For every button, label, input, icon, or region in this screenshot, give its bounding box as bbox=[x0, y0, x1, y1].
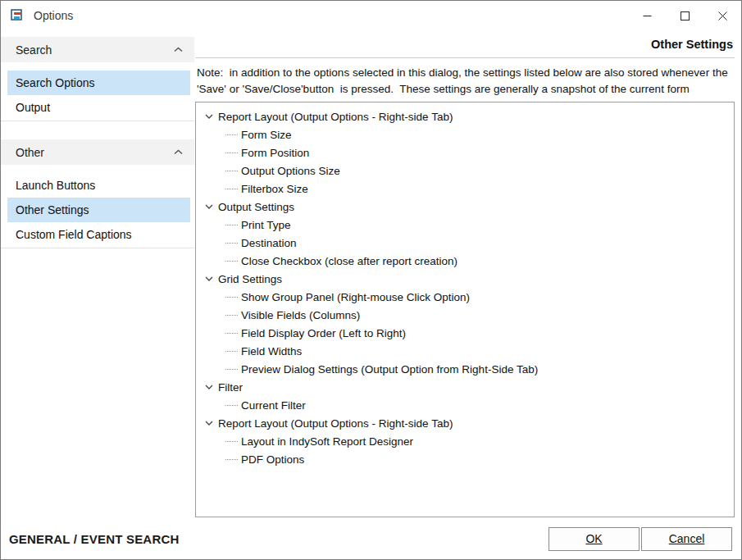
chevron-up-icon bbox=[174, 47, 183, 52]
tree-node-grid-settings[interactable]: Grid Settings bbox=[199, 270, 731, 288]
tree-node-field-widths[interactable]: Field Widths bbox=[199, 342, 731, 360]
cancel-button-label: Cancel bbox=[669, 532, 705, 545]
tree-node-report-layout-output-options-right-side-tab[interactable]: Report Layout (Output Options - Right-si… bbox=[199, 414, 731, 432]
tree-node-label: Destination bbox=[241, 237, 297, 249]
ok-button[interactable]: OK bbox=[549, 527, 640, 551]
tree-node-preview-dialog-settings-output-option-from-right-side-tab[interactable]: Preview Dialog Settings (Output Option f… bbox=[199, 360, 731, 378]
context-label: GENERAL / EVENT SEARCH bbox=[9, 532, 180, 546]
tree-node-label: Preview Dialog Settings (Output Option f… bbox=[241, 363, 538, 376]
tree-node-label: Report Layout (Output Options - Right-si… bbox=[218, 417, 453, 430]
minimize-button[interactable] bbox=[628, 1, 666, 30]
dialog-body: SearchSearch OptionsOutputOtherLaunch Bu… bbox=[1, 30, 741, 521]
footer-buttons: OK Cancel bbox=[549, 527, 732, 551]
sidebar-group-other: OtherLaunch ButtonsOther SettingsCustom … bbox=[1, 139, 194, 248]
close-icon bbox=[718, 11, 727, 20]
tree-node-output-settings[interactable]: Output Settings bbox=[199, 198, 731, 216]
sidebar-item-launch-buttons[interactable]: Launch Buttons bbox=[7, 173, 190, 198]
tree-node-label: Layout in IndySoft Report Designer bbox=[241, 435, 413, 448]
tree-node-label: Form Position bbox=[241, 147, 309, 159]
titlebar: Options bbox=[1, 1, 741, 30]
cancel-button[interactable]: Cancel bbox=[641, 527, 732, 551]
tree-node-label: Filter bbox=[218, 381, 243, 394]
sidebar-item-other-settings[interactable]: Other Settings bbox=[7, 198, 190, 222]
tree-node-filterbox-size[interactable]: Filterbox Size bbox=[199, 180, 731, 198]
tree-node-visible-fields-columns[interactable]: Visible Fields (Columns) bbox=[199, 306, 731, 324]
tree-expander[interactable] bbox=[203, 202, 214, 212]
page-title: Other Settings bbox=[651, 38, 733, 51]
tree-connector-line bbox=[225, 333, 238, 334]
tree-expander[interactable] bbox=[203, 418, 214, 429]
tree-node-label: Output Options Size bbox=[241, 165, 340, 177]
sidebar-item-search-options[interactable]: Search Options bbox=[7, 71, 190, 95]
sidebar-group-header-search[interactable]: Search bbox=[1, 37, 194, 62]
maximize-icon bbox=[681, 11, 690, 20]
tree-connector-line bbox=[225, 225, 238, 225]
chevron-down-icon bbox=[205, 276, 213, 281]
close-button[interactable] bbox=[703, 1, 741, 30]
group-header-label: Other bbox=[16, 146, 44, 159]
tree-node-close-checkbox-close-after-report-creation[interactable]: Close Checkbox (close after report creat… bbox=[199, 252, 731, 270]
tree-node-output-options-size[interactable]: Output Options Size bbox=[199, 162, 731, 180]
tree-node-destination[interactable]: Destination bbox=[199, 234, 731, 252]
chevron-up-icon bbox=[174, 149, 183, 155]
tree-node-label: Visible Fields (Columns) bbox=[241, 309, 360, 321]
tree-connector-line bbox=[225, 441, 238, 442]
tree-node-form-position[interactable]: Form Position bbox=[199, 143, 731, 162]
window-controls bbox=[628, 1, 741, 30]
tree-node-label: Report Layout (Output Options - Right-si… bbox=[218, 111, 453, 123]
tree-node-form-size[interactable]: Form Size bbox=[199, 125, 731, 143]
tree-node-report-layout-output-options-right-side-tab[interactable]: Report Layout (Output Options - Right-si… bbox=[199, 107, 731, 125]
settings-tree: Report Layout (Output Options - Right-si… bbox=[195, 102, 735, 517]
chevron-down-icon bbox=[205, 204, 213, 209]
tree-connector-line bbox=[225, 297, 238, 298]
tree-node-pdf-options[interactable]: PDF Options bbox=[199, 450, 731, 468]
tree-connector-line bbox=[225, 351, 238, 352]
sidebar: SearchSearch OptionsOutputOtherLaunch Bu… bbox=[1, 30, 194, 521]
chevron-down-icon bbox=[205, 114, 213, 119]
note-text: Note: in addition to the options selecte… bbox=[195, 58, 735, 102]
tree-node-print-type[interactable]: Print Type bbox=[199, 216, 731, 234]
tree-node-layout-in-indysoft-report-designer[interactable]: Layout in IndySoft Report Designer bbox=[199, 432, 731, 450]
tree-node-filter[interactable]: Filter bbox=[199, 378, 731, 396]
minimize-icon bbox=[643, 11, 652, 20]
footer: GENERAL / EVENT SEARCH OK Cancel bbox=[1, 521, 741, 559]
tree-node-field-display-order-left-to-right[interactable]: Field Display Order (Left to Right) bbox=[199, 324, 731, 342]
group-header-label: Search bbox=[16, 43, 52, 57]
tree-connector-line bbox=[225, 315, 238, 316]
sidebar-group-items: Search OptionsOutput bbox=[1, 62, 194, 121]
content-panel: Other Settings Note: in addition to the … bbox=[194, 30, 741, 521]
sidebar-group-items: Launch ButtonsOther SettingsCustom Field… bbox=[1, 165, 194, 248]
tree-node-current-filter[interactable]: Current Filter bbox=[199, 396, 731, 414]
tree-connector-line bbox=[225, 153, 238, 153]
tree-node-label: Form Size bbox=[241, 129, 292, 141]
options-dialog: Options SearchSearch OptionsOutputOtherL… bbox=[0, 0, 742, 560]
app-icon bbox=[11, 9, 25, 22]
tree-node-label: PDF Options bbox=[241, 453, 304, 466]
tree-expander[interactable] bbox=[203, 382, 214, 393]
maximize-button[interactable] bbox=[666, 1, 703, 30]
tree-connector-line bbox=[225, 243, 238, 244]
sidebar-item-custom-field-captions[interactable]: Custom Field Captions bbox=[7, 222, 190, 247]
chevron-down-icon bbox=[205, 421, 213, 426]
ok-button-label: OK bbox=[585, 532, 602, 545]
tree-node-label: Close Checkbox (close after report creat… bbox=[241, 255, 457, 267]
tree-expander[interactable] bbox=[203, 112, 214, 122]
sidebar-group-header-other[interactable]: Other bbox=[1, 139, 194, 165]
tree-connector-line bbox=[225, 405, 238, 406]
sidebar-item-output[interactable]: Output bbox=[7, 95, 190, 120]
window-title: Options bbox=[34, 9, 73, 22]
tree-connector-line bbox=[225, 459, 238, 460]
chevron-down-icon bbox=[205, 385, 213, 389]
tree-node-label: Current Filter bbox=[241, 399, 306, 412]
tree-connector-line bbox=[225, 261, 238, 262]
tree-node-label: Grid Settings bbox=[218, 273, 282, 285]
sidebar-group-search: SearchSearch OptionsOutput bbox=[1, 37, 194, 121]
tree-node-label: Show Group Panel (Right-mouse Click Opti… bbox=[241, 291, 470, 303]
tree-connector-line bbox=[225, 171, 238, 171]
tree-node-label: Field Display Order (Left to Right) bbox=[241, 327, 406, 339]
tree-node-show-group-panel-right-mouse-click-option[interactable]: Show Group Panel (Right-mouse Click Opti… bbox=[199, 288, 731, 306]
tree-expander[interactable] bbox=[203, 274, 214, 285]
tree-node-label: Field Widths bbox=[241, 345, 302, 357]
content-header: Other Settings bbox=[195, 30, 735, 58]
tree-node-label: Print Type bbox=[241, 219, 291, 231]
